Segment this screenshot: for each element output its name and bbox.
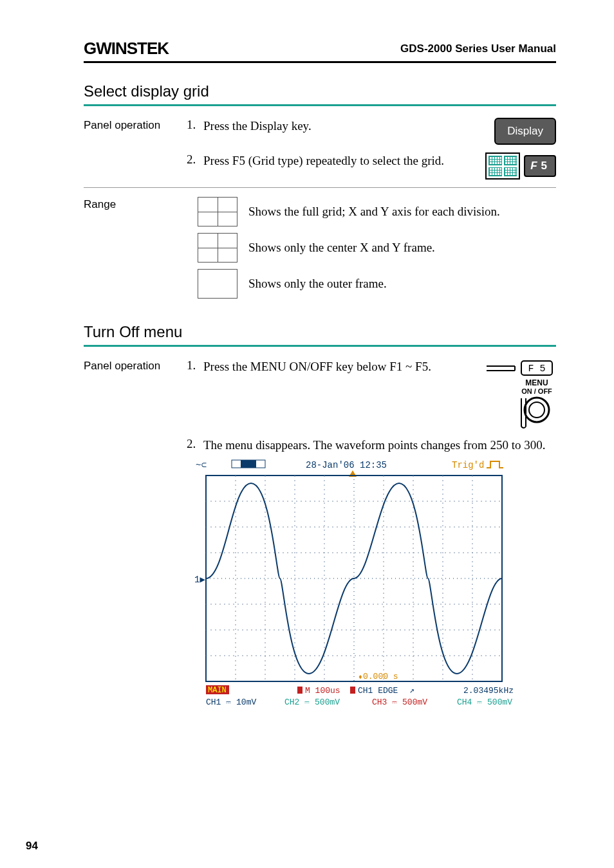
svg-rect-30 <box>297 687 302 694</box>
ch1-marker: 1▶ <box>194 575 205 585</box>
step-text: The menu disappears. The waveform points… <box>203 437 556 454</box>
grid-outer-icon <box>198 269 237 299</box>
menu-label: MENU <box>525 378 548 387</box>
panel-operation-label: Panel operation <box>84 358 187 373</box>
range-label: Range <box>84 197 187 211</box>
menu-onoff-key-diagram: F 5 MENU ON / OFF <box>485 358 556 429</box>
time-cursor: ⬧0.000 s <box>358 672 398 681</box>
manual-title: GDS-2000 Series User Manual <box>400 42 556 55</box>
trig-slope: ↗ <box>409 686 414 696</box>
ch1-scale: 10mV <box>236 697 256 707</box>
ch1-label: CH1 <box>206 697 221 707</box>
step-number: 2. <box>187 437 203 454</box>
f-label: F <box>530 160 537 172</box>
section-divider <box>84 104 556 106</box>
ch4-label: CH4 <box>457 697 472 707</box>
step-text: Press the Display key. <box>203 118 485 134</box>
page-number: 94 <box>26 840 38 853</box>
datetime-label: 28-Jan'06 12:35 <box>306 460 387 470</box>
svg-text:CH2
             ⎓ 
          : CH2 ⎓ 500mV <box>284 697 340 707</box>
grid-type-icon <box>485 152 520 180</box>
onoff-label: ON / OFF <box>521 387 552 395</box>
svg-point-5 <box>529 402 544 418</box>
section-heading-menu-off: Turn Off menu <box>84 323 556 341</box>
range-desc: Shows only the outer frame. <box>248 276 556 292</box>
range-desc: Shows the full grid; X and Y axis for ea… <box>248 204 556 220</box>
brand-logo: GWINSTEK <box>84 39 169 59</box>
svg-rect-10 <box>241 460 256 468</box>
waveform-trace <box>206 483 502 674</box>
step-number: 1. <box>187 118 203 132</box>
ch3-label: CH3 <box>372 697 387 707</box>
ch2-label: CH2 <box>284 697 299 707</box>
main-label: MAIN <box>208 686 227 695</box>
range-desc: Shows only the center X and Y frame. <box>248 240 556 256</box>
header-divider <box>84 61 556 63</box>
page-header: GWINSTEK GDS-2000 Series User Manual <box>84 39 556 59</box>
step-number: 1. <box>187 358 203 373</box>
scope-screenshot: ~⊂ 28-Jan'06 12:35 Trig'd <box>187 456 521 714</box>
timebase-label: M 100us <box>305 686 340 696</box>
step-text: Press F5 (Grid type) repeatedly to selec… <box>203 152 476 169</box>
grid-full-icon <box>198 197 237 226</box>
section-divider <box>84 345 556 347</box>
subsection-divider <box>84 187 556 188</box>
trig-source: CH1 EDGE <box>358 686 398 696</box>
f5-label: F 5 <box>528 364 545 374</box>
svg-text:~⊂: ~⊂ <box>196 460 207 470</box>
svg-text:CH1
             ⎓ 
          : CH1 ⎓ 10mV <box>206 697 256 707</box>
section-heading-grid: Select display grid <box>84 82 556 100</box>
panel-operation-label: Panel operation <box>84 118 187 132</box>
svg-rect-31 <box>350 687 355 694</box>
svg-text:CH3
             ⎓ 
          : CH3 ⎓ 500mV <box>372 697 427 707</box>
f-number: 5 <box>541 160 547 172</box>
ch2-scale: 500mV <box>315 697 340 707</box>
ch4-scale: 500mV <box>487 697 512 707</box>
step-number: 2. <box>187 152 203 167</box>
f5-softkey-button[interactable]: F 5 <box>524 155 556 177</box>
display-key-button[interactable]: Display <box>494 118 556 145</box>
grid-center-icon <box>198 233 237 263</box>
step-text: Press the MENU ON/OFF key below F1 ~ F5. <box>203 358 476 375</box>
freq-readout: 2.03495kHz <box>463 686 514 696</box>
ch3-scale: 500mV <box>402 697 427 707</box>
trig-status: Trig'd <box>452 460 484 470</box>
svg-text:CH4
             ⎓ 
          : CH4 ⎓ 500mV <box>457 697 512 707</box>
